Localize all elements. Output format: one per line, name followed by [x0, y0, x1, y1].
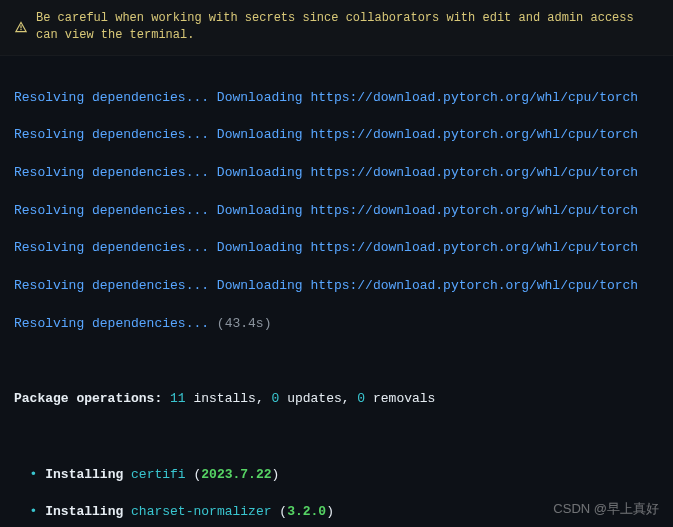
resolving-line: Resolving dependencies... Downloading ht… — [14, 164, 659, 183]
resolving-done: Resolving dependencies... (43.4s) — [14, 315, 659, 334]
svg-rect-1 — [20, 29, 21, 30]
resolving-line: Resolving dependencies... Downloading ht… — [14, 202, 659, 221]
resolving-line: Resolving dependencies... Downloading ht… — [14, 89, 659, 108]
warning-icon — [14, 20, 28, 34]
terminal-output[interactable]: Resolving dependencies... Downloading ht… — [0, 56, 673, 527]
resolving-line: Resolving dependencies... Downloading ht… — [14, 277, 659, 296]
install-line: • Installing certifi (2023.7.22) — [14, 466, 659, 485]
watermark: CSDN @早上真好 — [553, 500, 659, 519]
warning-text: Be careful when working with secrets sin… — [36, 10, 659, 45]
warning-banner: Be careful when working with secrets sin… — [0, 0, 673, 56]
resolving-line: Resolving dependencies... Downloading ht… — [14, 239, 659, 258]
svg-rect-0 — [20, 26, 21, 29]
resolving-line: Resolving dependencies... Downloading ht… — [14, 126, 659, 145]
package-operations: Package operations: 11 installs, 0 updat… — [14, 390, 659, 409]
